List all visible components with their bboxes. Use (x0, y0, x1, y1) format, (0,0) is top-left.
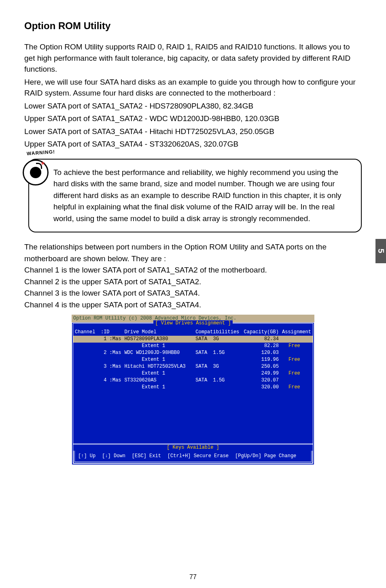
config-line: Upper SATA port of SATA1_SATA2 - WDC WD1… (24, 113, 362, 124)
key-esc: [ESC] Exit (132, 453, 161, 459)
paragraph: Here, we will use four SATA hard disks a… (24, 77, 362, 99)
bios-body: [ View Drives Assignment ] Channel :ID D… (72, 322, 314, 465)
page-number: 77 (0, 573, 386, 581)
rel-line: Channel 1 is the lower SATA port of SATA… (24, 264, 362, 276)
keys-help: [↑] Up [↓] Down [ESC] Exit [Ctrl+H] Secu… (73, 451, 313, 463)
warning-label: WARNING! (27, 149, 55, 156)
table-row: 2 :MasWDC WD1200JD-98HBB0SATA 1.5G120.03 (73, 349, 313, 356)
keys-title: [ Keys Available ] (73, 445, 313, 451)
document-page: 5 Option ROM Utility The Option ROM Util… (0, 0, 386, 588)
rel-line: Channel 2 is the upper SATA port of SATA… (24, 276, 362, 288)
config-line: Lower SATA port of SATA3_SATA4 - Hitachi… (24, 126, 362, 137)
drives-table: Channel :ID Drive Model Compatibilities … (73, 329, 313, 391)
config-line: Upper SATA port of SATA3_SATA4 - ST33206… (24, 138, 362, 150)
bomb-icon: ✶ (23, 160, 49, 185)
config-line: Lower SATA port of SATA1_SATA2 - HDS7280… (24, 100, 362, 112)
table-row: Extent 1249.99Free (73, 370, 313, 377)
key-down: [↓] Down (102, 453, 125, 459)
warning-text: To achieve the best performance and reli… (28, 159, 362, 233)
hdr-id: :ID (99, 329, 123, 336)
key-page: [PgUp/Dn] Page Change (235, 453, 296, 459)
table-row: 4 :MasST3320620ASSATA 1.5G320.07 (73, 377, 313, 384)
table-row: 3 :MasHitachi HDT725025VLA3SATA 3G250.05 (73, 363, 313, 370)
page-title: Option ROM Utility (24, 20, 362, 32)
key-erase: [Ctrl+H] Secure Erase (168, 453, 229, 459)
table-row: Extent 182.28Free (73, 343, 313, 349)
hdr-assign: Assignment (280, 329, 313, 336)
rel-line: Channel 4 is the upper SATA port of SATA… (24, 299, 362, 311)
rel-line: Channel 3 is the lower SATA port of SATA… (24, 288, 362, 299)
table-row: 1 :MasHDS728090PLA380SATA 3G82.34 (73, 336, 313, 343)
table-row: Extent 1320.00Free (73, 384, 313, 391)
hdr-cap: Capacity(GB) (241, 329, 280, 336)
hdr-model: Drive Model (123, 329, 194, 336)
warning-callout: WARNING! ✶ To achieve the best performan… (24, 159, 362, 233)
paragraph: The Option ROM Utility supports RAID 0, … (24, 41, 362, 75)
key-up: [↑] Up (78, 453, 95, 459)
bios-screenshot: Option ROM Utility (c) 2008 Advanced Mic… (72, 315, 314, 465)
table-row: Extent 1119.96Free (73, 356, 313, 363)
rel-line: The relationships between port numbers i… (24, 241, 362, 264)
table-header: Channel :ID Drive Model Compatibilities … (73, 329, 313, 336)
chapter-tab: 5 (375, 239, 386, 263)
hdr-comp: Compatibilities (194, 329, 241, 336)
hdr-channel: Channel (73, 329, 99, 336)
relationship-block: The relationships between port numbers i… (24, 241, 362, 311)
